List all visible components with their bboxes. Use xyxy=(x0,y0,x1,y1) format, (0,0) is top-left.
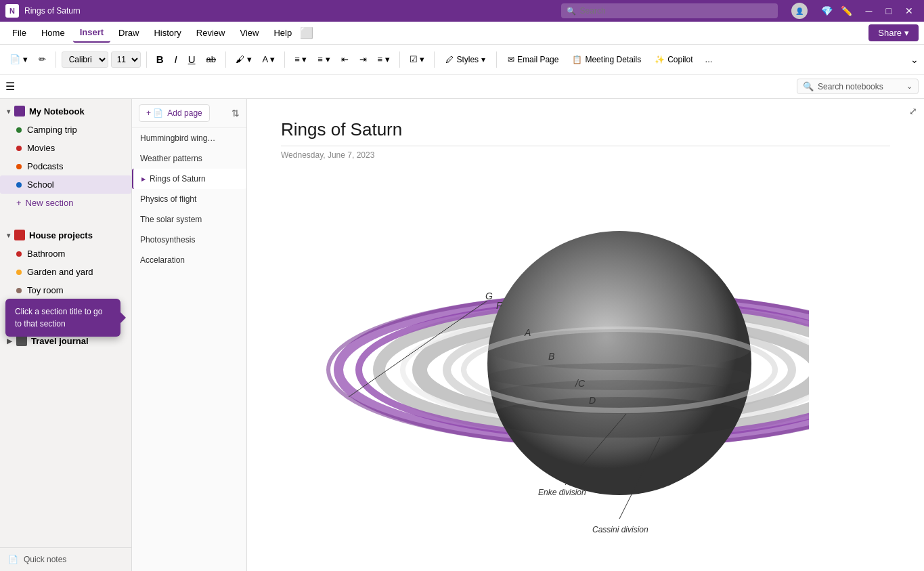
highlight-button[interactable]: 🖌 ▾ xyxy=(232,51,256,67)
page-item-flight[interactable]: Physics of flight xyxy=(132,189,246,209)
styles-button[interactable]: 🖊 Styles ▾ xyxy=(440,52,491,67)
share-button[interactable]: Share ▾ xyxy=(868,24,919,41)
toyroom-color xyxy=(16,288,22,293)
menu-insert[interactable]: Insert xyxy=(73,23,110,43)
sort-pages-button[interactable]: ⇅ xyxy=(232,108,240,119)
house-projects-header[interactable]: ▾ House projects xyxy=(0,226,131,245)
format-brush-button[interactable]: ✏ xyxy=(35,51,50,67)
page-item-hummingbird[interactable]: Hummingbird wing… xyxy=(132,128,246,148)
align-button[interactable]: ≡ ▾ xyxy=(374,51,394,67)
bold-button[interactable]: B xyxy=(152,51,168,68)
add-page-label: Add page xyxy=(167,108,202,118)
diamond-icon[interactable]: 💎 xyxy=(821,5,833,16)
my-notebook-chevron: ▾ xyxy=(7,108,10,115)
saturn-svg: G F A B /C D Enke division Cassini divis… xyxy=(281,173,809,539)
checkbox-button[interactable]: ☑ ▾ xyxy=(405,51,429,67)
search-wrap: 🔍 xyxy=(561,3,778,18)
new-page-button[interactable]: 📄 ▾ xyxy=(5,51,32,67)
sidebar-item-camping[interactable]: Camping trip xyxy=(0,121,131,139)
sidebar-item-school[interactable]: School xyxy=(0,175,131,194)
collapse-toolbar-button[interactable]: ⌄ xyxy=(910,54,919,65)
meeting-details-button[interactable]: 📋 Meeting Details xyxy=(567,52,646,67)
tooltip-section-title: Click a section title to go to that sect… xyxy=(5,299,120,337)
quick-notes-button[interactable]: 📄 Quick notes xyxy=(0,547,131,571)
sidebar-item-podcasts[interactable]: Podcasts xyxy=(0,157,131,175)
school-color xyxy=(16,182,22,188)
immersive-button[interactable]: ⬜ xyxy=(300,26,313,39)
toolbar-sep-1 xyxy=(56,51,56,68)
sidebar-item-bathroom[interactable]: Bathroom xyxy=(0,245,131,263)
b-label: B xyxy=(548,351,554,362)
c-label: /C xyxy=(575,378,586,389)
numbering-button[interactable]: ≡ ▾ xyxy=(313,51,334,67)
underline-button[interactable]: U xyxy=(184,51,200,68)
email-page-button[interactable]: ✉ Email Page xyxy=(502,52,564,67)
minimize-button[interactable]: ─ xyxy=(860,5,878,16)
font-family-select[interactable]: Calibri xyxy=(62,51,108,68)
podcasts-label: Podcasts xyxy=(27,161,63,171)
page-item-solar[interactable]: The solar system xyxy=(132,209,246,230)
close-button[interactable]: ✕ xyxy=(900,5,919,16)
menu-bar: File Home Insert Draw History Review Vie… xyxy=(0,22,924,45)
outdent-button[interactable]: ⇤ xyxy=(337,51,353,67)
notebook-my-notebook: ▾ My Notebook Camping trip Movies Podcas… xyxy=(0,99,131,215)
avatar[interactable]: 👤 xyxy=(791,3,808,19)
my-notebook-header[interactable]: ▾ My Notebook xyxy=(0,102,131,121)
pen-icon[interactable]: ✏️ xyxy=(841,5,852,16)
garden-color xyxy=(16,270,22,275)
bathroom-label: Bathroom xyxy=(27,249,65,259)
saturn-diagram: G F A B /C D Enke division Cassini divis… xyxy=(281,173,890,541)
search-icon: 🔍 xyxy=(567,7,576,16)
page-item-saturn[interactable]: Rings of Saturn xyxy=(132,169,246,189)
sidebar-item-garden[interactable]: Garden and yard xyxy=(0,263,131,281)
app-icon-text: N xyxy=(9,7,15,15)
bullets-button[interactable]: ≡ ▾ xyxy=(290,51,311,67)
page-item-weather[interactable]: Weather patterns xyxy=(132,148,246,169)
more-options-button[interactable]: ... xyxy=(701,51,717,67)
house-projects-icon xyxy=(14,230,25,240)
toolbar-sep-6 xyxy=(434,51,435,68)
page-title[interactable]: Rings of Saturn xyxy=(281,119,890,146)
my-notebook-new-section[interactable]: + New section xyxy=(0,194,131,212)
pages-header: + 📄 Add page ⇅ xyxy=(132,99,246,128)
toolbar-sep-3 xyxy=(225,51,226,68)
content-area: ⤢ Rings of Saturn Wednesday, June 7, 202… xyxy=(247,99,924,571)
menu-view[interactable]: View xyxy=(233,24,265,42)
menu-history[interactable]: History xyxy=(147,24,188,42)
page-item-photosynthesis[interactable]: Photosynthesis xyxy=(132,230,246,250)
my-notebook-icon xyxy=(14,106,25,117)
font-color-button[interactable]: A ▾ xyxy=(259,51,280,67)
toolbar-sep-7 xyxy=(496,51,497,68)
house-projects-label: House projects xyxy=(29,230,93,240)
sidebar-item-movies[interactable]: Movies xyxy=(0,139,131,157)
copilot-button[interactable]: ✨ Copilot xyxy=(649,52,698,67)
page-item-acceleration[interactable]: Accelaration xyxy=(132,250,246,270)
app-icon: N xyxy=(5,4,19,18)
camping-color xyxy=(16,127,22,133)
toolbar-sep-5 xyxy=(399,51,400,68)
share-label: Share xyxy=(878,28,902,38)
hamburger-icon[interactable]: ☰ xyxy=(5,80,15,93)
strikethrough-button[interactable]: ab xyxy=(202,51,219,67)
garden-label: Garden and yard xyxy=(27,267,93,277)
menu-file[interactable]: File xyxy=(5,24,33,42)
menu-home[interactable]: Home xyxy=(35,24,72,42)
menu-review[interactable]: Review xyxy=(190,24,232,42)
menu-help[interactable]: Help xyxy=(267,24,299,42)
quick-notes-icon: 📄 xyxy=(8,555,18,564)
title-bar: N Rings of Saturn 🔍 👤 💎 ✏️ ─ □ ✕ xyxy=(0,0,924,22)
expand-button[interactable]: ⤢ xyxy=(909,106,917,117)
search-input[interactable] xyxy=(561,3,778,18)
maximize-button[interactable]: □ xyxy=(881,5,897,16)
italic-button[interactable]: I xyxy=(170,51,181,68)
font-size-select[interactable]: 11 xyxy=(111,51,141,68)
school-label: School xyxy=(27,179,54,190)
add-page-button[interactable]: + 📄 Add page xyxy=(139,104,210,122)
menu-draw[interactable]: Draw xyxy=(112,24,146,42)
search-notebooks-label: Search notebooks xyxy=(818,82,902,91)
search-notebooks-button[interactable]: 🔍 Search notebooks ⌄ xyxy=(797,79,919,94)
sidebar-item-toyroom[interactable]: Toy room xyxy=(0,281,131,299)
title-bar-icons: 👤 💎 ✏️ ─ □ ✕ xyxy=(791,3,919,19)
movies-label: Movies xyxy=(27,143,55,153)
indent-button[interactable]: ⇥ xyxy=(355,51,371,67)
